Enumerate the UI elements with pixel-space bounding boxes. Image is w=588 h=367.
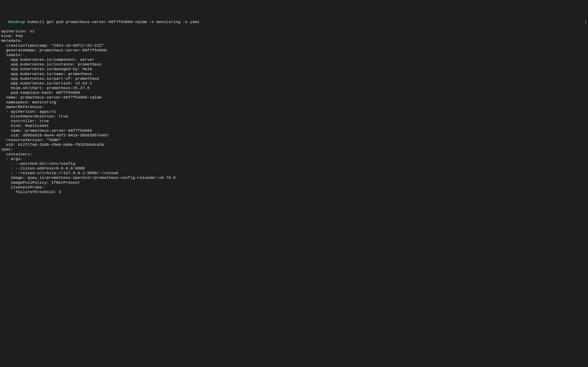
- bracket-indicator: ]: [584, 20, 587, 25]
- command-output: apiVersion: v1 kind: Pod metadata: creat…: [1, 29, 587, 194]
- prompt-line: → Desktop kubectl get pod prometheus-ser…: [1, 20, 199, 24]
- terminal-window[interactable]: → Desktop kubectl get pod prometheus-ser…: [1, 20, 587, 194]
- prompt-directory: Desktop: [8, 20, 25, 24]
- command-text: kubectl get pod prometheus-server-66f7f5…: [27, 20, 200, 24]
- prompt-arrow-icon: →: [1, 20, 4, 24]
